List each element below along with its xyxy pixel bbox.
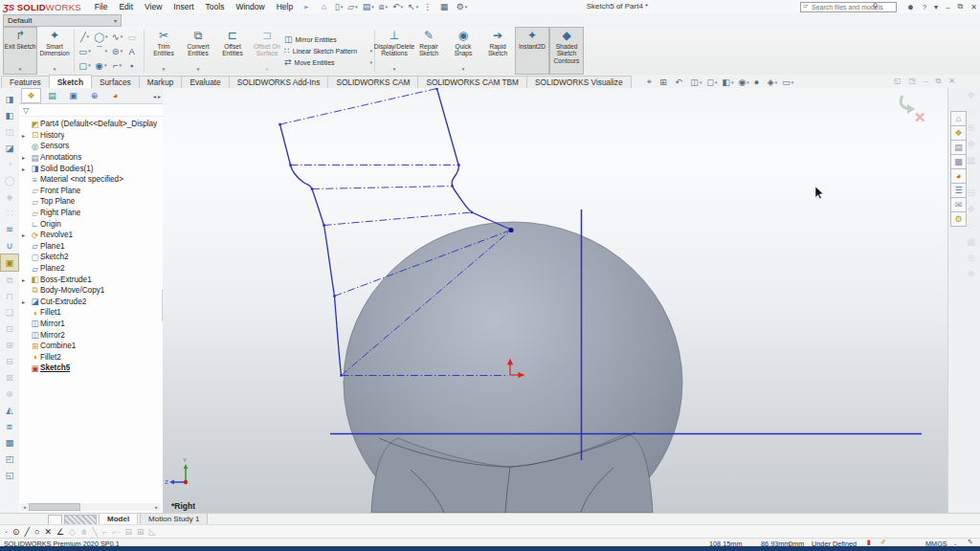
expand-arrow-icon[interactable]: ▸ — [22, 298, 30, 305]
snap-icon[interactable]: ✕ — [44, 527, 52, 537]
doc-window-control-icon[interactable]: – — [924, 77, 927, 86]
snap-icon[interactable]: ⊙ — [12, 527, 20, 537]
left-toolbar-icon[interactable]: ⊓ — [2, 288, 17, 304]
command-tab[interactable]: SOLIDWORKS CAM TBM — [417, 76, 527, 88]
caret-icon[interactable]: ▾ — [104, 48, 107, 54]
menu-item[interactable]: File — [95, 2, 108, 11]
caret-icon[interactable]: ▾ — [369, 48, 372, 54]
left-toolbar-icon[interactable]: ◫ — [2, 123, 17, 140]
expand-arrow-icon[interactable]: ▸ — [22, 276, 30, 283]
toolbar-icon[interactable]: ↖ — [408, 2, 415, 11]
left-toolbar-icon[interactable]: ❏ — [2, 304, 17, 320]
caret-icon[interactable]: ▾ — [393, 67, 396, 73]
tree-item[interactable]: ▸ ◨ Solid Bodies(1) — [19, 163, 163, 174]
left-toolbar-icon[interactable]: ⊠ — [2, 369, 17, 386]
tree-item[interactable]: ▸ ≡ Material <not specified> — [19, 174, 163, 186]
sketch-entity-button[interactable]: ▪▾ — [125, 58, 142, 73]
tree-item[interactable]: ▸ ⊞ Combine1 — [19, 341, 163, 352]
filter-icon[interactable]: ▽ — [23, 106, 29, 115]
graphics-viewport[interactable]: Y Z ✕ *Right — [163, 88, 947, 513]
sketch-entity-button[interactable]: ▭▾ — [77, 44, 93, 58]
menu-item[interactable]: View — [145, 2, 162, 11]
command-tab[interactable]: Surfaces — [91, 76, 140, 88]
caret-icon[interactable]: ▾ — [369, 59, 372, 65]
left-toolbar-icon[interactable]: ∷ — [2, 205, 17, 221]
command-tab[interactable]: Sketch — [49, 75, 92, 88]
menu-item[interactable]: Tools — [206, 2, 225, 11]
ribbon-row-button[interactable]: ∷Linear Sketch Pattern▾ — [284, 46, 372, 55]
search-icon[interactable]: ⚲ — [873, 2, 879, 11]
scrollbar-thumb[interactable] — [29, 503, 80, 511]
caret-icon[interactable]: ▾ — [197, 67, 200, 73]
snap-icon[interactable]: ∠ — [56, 527, 64, 537]
snap-icon[interactable]: ╱ — [25, 527, 30, 537]
window-control-icon[interactable]: ▾ — [934, 3, 938, 11]
snap-icon[interactable]: ◇ — [69, 527, 76, 537]
ribbon-button[interactable]: ⊥Display/Delete Relations▾ — [377, 27, 412, 75]
snap-icon[interactable]: ○ — [34, 527, 39, 537]
task-pane-icon[interactable]: ▤ — [950, 140, 967, 155]
menu-item[interactable]: Window — [235, 2, 264, 11]
task-pane-icon[interactable]: ⌂ — [950, 111, 967, 126]
manager-tab[interactable]: ◕ — [105, 88, 125, 103]
toolbar-icon[interactable]: ▱ — [347, 2, 354, 11]
left-toolbar-icon[interactable]: ≋ — [2, 221, 17, 237]
tree-item[interactable]: ▸ ◖ Fillet2 — [19, 351, 163, 363]
task-pane-icon[interactable]: ▩ — [950, 154, 967, 169]
window-control-icon[interactable]: ☻ — [906, 3, 914, 11]
snap-icon[interactable]: ⌐ — [102, 527, 107, 537]
tag-icon[interactable]: ✎ — [968, 539, 973, 546]
tree-item[interactable]: ▸ ◫ Mirror1 — [19, 319, 163, 330]
command-tab[interactable]: Evaluate — [181, 76, 229, 88]
command-tab[interactable]: SOLIDWORKS Visualize — [526, 76, 632, 88]
window-control-icon[interactable]: – — [946, 3, 949, 11]
snap-icon[interactable]: ⊞ — [137, 527, 145, 537]
ribbon-button[interactable]: ⧉Convert Entities▾ — [181, 27, 215, 75]
expand-arrow-icon[interactable]: ▸ — [22, 231, 30, 238]
search-input[interactable] — [800, 2, 897, 12]
ribbon-button[interactable]: ⊐Offset On Surface▾ — [250, 27, 284, 75]
headsup-icon[interactable]: ◈▾ — [768, 77, 777, 87]
caret-icon[interactable]: ▾ — [87, 33, 90, 39]
doc-window-control-icon[interactable]: ⧉ — [936, 77, 942, 86]
left-toolbar-icon[interactable]: ◯ — [2, 172, 17, 188]
snap-icon[interactable]: ╲ — [93, 527, 98, 537]
task-pane-icon[interactable]: ✉ — [950, 197, 967, 212]
headsup-icon[interactable]: ↶▾ — [675, 77, 685, 87]
left-toolbar-icon[interactable]: ▦ — [2, 434, 17, 451]
tree-item[interactable]: ▸ ⧉ Body-Move/Copy1 — [19, 285, 163, 297]
left-toolbar-icon[interactable]: ⊞ — [2, 337, 17, 353]
left-toolbar-icon[interactable]: ◈ — [2, 188, 17, 205]
left-toolbar-icon[interactable]: ⧉ — [2, 272, 17, 288]
left-toolbar-icon[interactable]: ⊟ — [2, 353, 17, 369]
caret-icon[interactable]: ▾ — [88, 48, 91, 54]
arrow-left-icon[interactable]: ◂ — [153, 93, 156, 99]
configuration-dropdown[interactable]: Default ▾ — [3, 14, 122, 27]
sketch-entity-button[interactable]: ◉▾ — [93, 58, 109, 73]
left-toolbar-icon[interactable]: ◔ — [2, 156, 17, 172]
command-tab[interactable]: SOLIDWORKS CAM — [327, 76, 418, 88]
left-toolbar-icon[interactable]: ◱ — [2, 467, 17, 483]
window-control-icon[interactable]: ? — [923, 3, 926, 11]
toolbar-icon[interactable]: ▦ — [440, 2, 449, 11]
caret-icon[interactable]: ▾ — [341, 4, 344, 10]
caret-icon[interactable]: ▾ — [121, 48, 123, 54]
menu-item[interactable]: Edit — [119, 2, 133, 11]
tree-item[interactable]: ▸ ▤ Annotations — [19, 152, 163, 164]
tree-item[interactable]: ▸ ◫ Mirror2 — [19, 329, 163, 341]
toolbar-icon[interactable]: ↶ — [392, 2, 400, 11]
caret-icon[interactable]: ▾ — [19, 67, 22, 73]
menu-item[interactable]: Insert — [173, 2, 193, 11]
sketch-entity-button[interactable]: ◯▾ — [93, 30, 109, 44]
left-toolbar-icon[interactable]: ◭ — [2, 402, 17, 418]
caret-icon[interactable]: ▾ — [121, 33, 123, 39]
task-pane-icon[interactable]: ◕ — [950, 168, 967, 184]
manager-tab[interactable]: ▤ — [42, 88, 62, 103]
sketch-entity-button[interactable]: ⌐▾ — [109, 58, 125, 73]
tree-horizontal-scrollbar[interactable]: ◂ ▸ — [20, 503, 161, 511]
window-control-icon[interactable]: ✕ — [970, 3, 977, 11]
doc-window-control-icon[interactable]: ◳ — [909, 77, 917, 86]
ribbon-button[interactable]: ➔Rapid Sketch▾ — [480, 27, 515, 75]
left-toolbar-icon[interactable]: ◪ — [2, 140, 17, 156]
pane-split-button[interactable] — [48, 515, 62, 525]
